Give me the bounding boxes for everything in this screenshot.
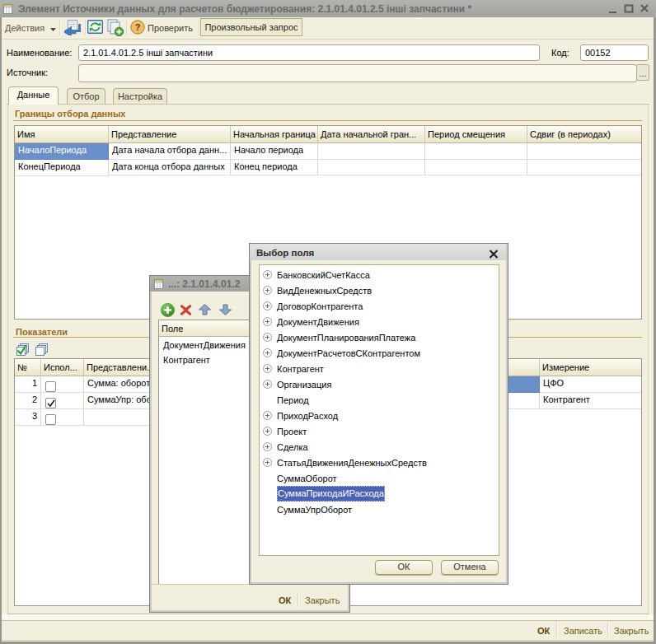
svg-text:?: ?	[135, 22, 141, 32]
